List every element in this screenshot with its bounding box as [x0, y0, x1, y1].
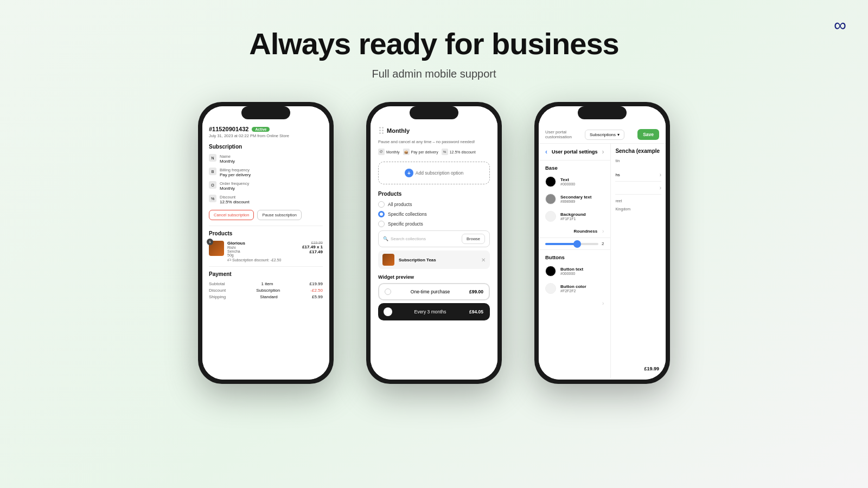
product-item: 1 Glorious Rishi Sencha 50g 🏷 Subscripti…: [209, 241, 323, 262]
roundness-title: Roundness: [574, 229, 598, 234]
name-icon: N: [209, 154, 216, 162]
subscriptions-dropdown[interactable]: Subscriptions ▾: [585, 130, 624, 140]
product-sub1: Rishi: [227, 246, 299, 249]
all-products-radio: [378, 201, 385, 208]
order-id: #11520901432: [209, 126, 248, 132]
right-nav-label-1: hs: [615, 172, 620, 177]
phone-1-inner: #11520901432 Active July 31, 2023 at 02:…: [202, 106, 329, 380]
drag-handle[interactable]: [378, 126, 385, 135]
shipping-row: Shipping Standard £5.99: [209, 294, 323, 299]
subscription-section-title: Subscription: [209, 144, 323, 150]
order-freq-icon: O: [209, 181, 216, 189]
button-color-item[interactable]: Button color #F2F2F2: [539, 280, 610, 297]
subtotal-row: Subtotal 1 item £19.99: [209, 281, 323, 286]
cancel-subscription-button[interactable]: Cancel subscription: [209, 210, 254, 220]
specific-products-label: Specific products: [388, 221, 423, 227]
right-nav-arrow-1: ›: [660, 172, 661, 178]
buttons-section-title: Buttons: [539, 249, 610, 262]
right-nav-item-1[interactable]: hs ›: [615, 169, 661, 182]
products-section-title: Products: [209, 230, 323, 236]
example-title: Sencha (example: [615, 148, 661, 154]
text-color-item[interactable]: Text #000000: [539, 173, 610, 190]
roundness-info: Roundness: [574, 229, 598, 234]
remove-collection-button[interactable]: ✕: [481, 257, 486, 263]
name-row: N Name Monthly: [209, 154, 323, 164]
button-color-hex: #F2F2F2: [560, 289, 604, 293]
settings-header: User portal customisation Subscriptions …: [539, 126, 666, 144]
product-name: Glorious: [227, 241, 299, 246]
background-color-swatch: [545, 211, 556, 222]
nav-title: User portal settings: [552, 149, 598, 155]
background-color-item[interactable]: Background #F1F1F1: [539, 208, 610, 225]
payment-section-title: Payment: [209, 271, 323, 277]
nav-back-button[interactable]: ‹: [545, 148, 547, 156]
product-discount: 🏷 Subscription discount: -£2.50: [227, 258, 299, 262]
specific-collections-option[interactable]: Specific collections: [378, 211, 490, 217]
button-color-info: Button color #F2F2F2: [560, 284, 604, 293]
phone-1-screen: #11520901432 Active July 31, 2023 at 02:…: [202, 106, 329, 380]
collection-image: [382, 254, 394, 266]
right-nav-item-2[interactable]: ›: [615, 182, 661, 195]
phone-1-notch: [241, 106, 290, 119]
settings-nav: ‹ User portal settings ›: [539, 144, 610, 160]
widget-subscription-option[interactable]: Every 3 months £94.05: [378, 303, 490, 320]
subtotal-amount: £19.99: [310, 281, 323, 286]
add-subscription-button[interactable]: + Add subscription option: [378, 162, 490, 184]
text-color-name: Text: [560, 177, 604, 182]
subscription-radio: [385, 309, 391, 315]
button-color-name: Button color: [560, 284, 604, 289]
product-image: 1: [209, 241, 224, 256]
specific-products-option[interactable]: Specific products: [378, 221, 490, 227]
search-collections-bar[interactable]: 🔍 Search collections Browse: [378, 230, 490, 247]
background-color-info: Background #F1F1F1: [560, 212, 604, 221]
browse-button[interactable]: Browse: [462, 234, 485, 244]
order-freq-value: Monthly: [220, 186, 249, 191]
specific-products-radio: [378, 221, 385, 227]
secondary-color-info: Secondary text #898989: [560, 195, 604, 203]
phone-2-inner: Monthly Pause and cancel at any time – n…: [371, 106, 497, 380]
delivery-icon: 📦: [403, 149, 410, 155]
preview-price: £19.99: [644, 366, 659, 371]
shipping-amount: £5.99: [312, 294, 323, 299]
button-text-item[interactable]: Button text #000000: [539, 262, 610, 280]
product-details: Glorious Rishi Sencha 50g 🏷 Subscription…: [227, 241, 299, 262]
widget-onetime-option[interactable]: One-time purchase £99.00: [378, 283, 490, 300]
subscription-option-price: £94.05: [469, 309, 483, 314]
collection-item: Subscription Teas ✕: [378, 251, 490, 269]
roundness-nav-item[interactable]: Roundness ›: [539, 225, 610, 237]
secondary-color-swatch: [545, 194, 556, 204]
billing-value: Pay per delivery: [220, 172, 251, 177]
page-subtitle: Full admin mobile support: [0, 68, 868, 80]
phone-2-content: Monthly Pause and cancel at any time – n…: [371, 106, 497, 331]
subtotal-item: 1 item: [261, 281, 273, 286]
pause-subscription-button[interactable]: Pause subscription: [257, 210, 301, 220]
settings-header-left: User portal customisation: [545, 130, 572, 139]
more-settings-item[interactable]: ›: [539, 297, 610, 310]
example-subtitle: tin: [615, 158, 661, 163]
roundness-slider-thumb[interactable]: [573, 240, 581, 248]
order-date: July 31, 2023 at 02:22 PM from Online St…: [209, 133, 323, 138]
roundness-slider-fill: [545, 243, 575, 245]
button-text-hex: #000000: [560, 272, 604, 275]
search-icon: 🔍: [383, 236, 388, 241]
roundness-chevron: ›: [602, 228, 604, 234]
save-button[interactable]: Save: [637, 129, 659, 140]
discount-icon: %: [209, 195, 216, 202]
phone-3-content: User portal customisation Subscriptions …: [539, 106, 666, 380]
discount-label: Discount: [220, 195, 250, 200]
secondary-color-item[interactable]: Secondary text #898989: [539, 190, 610, 208]
divider-1: [209, 226, 323, 226]
product-sub3: 50g: [227, 253, 299, 257]
phone3-right-panel: Sencha (example tin hs › › reet: [611, 144, 666, 378]
order-freq-row: O Order frequency Monthly: [209, 181, 323, 191]
all-products-option[interactable]: All products: [378, 201, 490, 208]
logo: ∞: [834, 15, 846, 35]
text-color-info: Text #000000: [560, 177, 604, 186]
product-total: £17.49: [302, 249, 323, 254]
roundness-section: 2: [539, 237, 610, 249]
page-header: Always ready for business Full admin mob…: [0, 0, 868, 80]
roundness-slider-track: [545, 243, 598, 245]
discount-value: 12.5% discount: [220, 200, 250, 204]
collections-radio: [378, 211, 385, 217]
divider-2: [209, 266, 323, 267]
